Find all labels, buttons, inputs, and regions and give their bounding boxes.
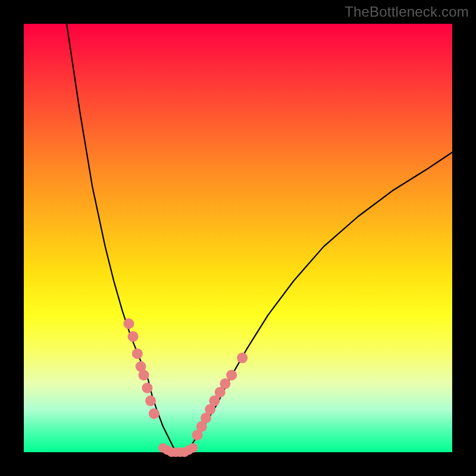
chart-frame: TheBottleneck.com <box>0 0 476 476</box>
data-marker <box>132 348 143 359</box>
markers-left-cluster <box>123 318 159 419</box>
watermark-text: TheBottleneck.com <box>345 4 469 20</box>
data-marker <box>226 369 237 380</box>
markers-bottom-run <box>158 443 198 457</box>
data-marker <box>128 331 139 342</box>
data-marker <box>188 443 198 453</box>
data-marker <box>123 318 134 329</box>
data-marker <box>142 383 152 393</box>
curves-svg <box>24 24 452 452</box>
left-curve <box>67 24 176 452</box>
data-marker <box>145 396 156 406</box>
plot-area <box>24 24 452 452</box>
data-marker <box>237 353 248 364</box>
markers-right-cluster <box>192 353 248 441</box>
right-curve <box>187 152 452 452</box>
data-marker <box>220 378 230 389</box>
data-marker <box>139 369 149 380</box>
data-marker <box>149 408 159 419</box>
